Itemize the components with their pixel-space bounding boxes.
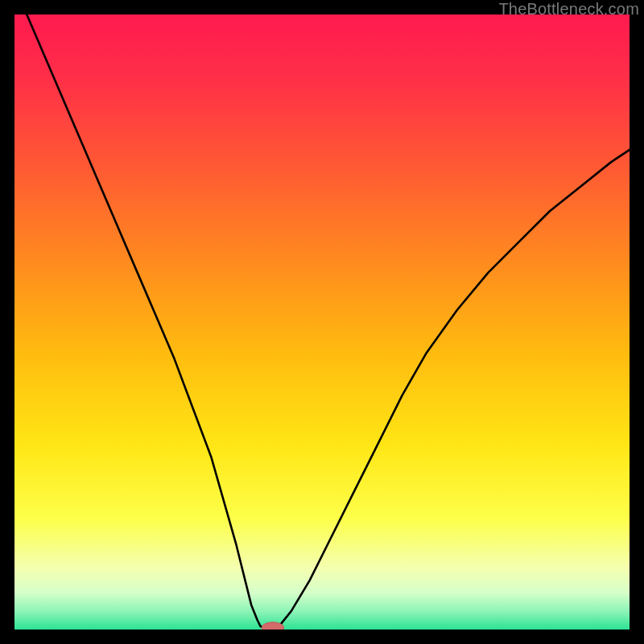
watermark-text: TheBottleneck.com (498, 0, 639, 19)
gradient-background (14, 14, 630, 630)
chart-frame (14, 14, 630, 630)
bottleneck-chart (14, 14, 630, 630)
